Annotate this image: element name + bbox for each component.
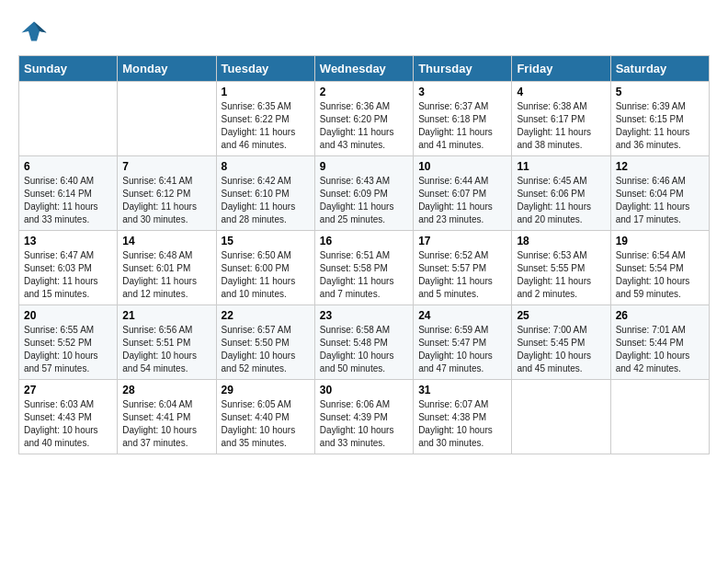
calendar-cell: 3Sunrise: 6:37 AMSunset: 6:18 PMDaylight… [414,82,512,156]
day-number: 8 [222,160,310,173]
day-info: Sunrise: 6:42 AMSunset: 6:10 PMDaylight:… [222,175,310,226]
day-number: 23 [320,309,408,322]
day-info: Sunrise: 6:44 AMSunset: 6:07 PMDaylight:… [418,175,506,226]
calendar-cell: 12Sunrise: 6:46 AMSunset: 6:04 PMDayligh… [610,156,709,231]
day-info: Sunrise: 6:43 AMSunset: 6:09 PMDaylight:… [320,175,408,226]
calendar-cell: 1Sunrise: 6:35 AMSunset: 6:22 PMDaylight… [216,82,314,156]
day-number: 30 [320,384,408,396]
calendar-cell: 17Sunrise: 6:52 AMSunset: 5:57 PMDayligh… [414,231,512,305]
day-info: Sunrise: 6:04 AMSunset: 4:41 PMDaylight:… [122,398,210,450]
calendar-cell: 6Sunrise: 6:40 AMSunset: 6:14 PMDaylight… [19,156,118,231]
calendar-cell: 14Sunrise: 6:48 AMSunset: 6:01 PMDayligh… [118,231,216,305]
calendar-cell [610,380,709,454]
day-number: 18 [517,235,605,247]
day-number: 2 [320,86,408,98]
calendar-cell: 16Sunrise: 6:51 AMSunset: 5:58 PMDayligh… [314,231,413,305]
day-number: 12 [616,160,704,173]
calendar-cell: 5Sunrise: 6:39 AMSunset: 6:15 PMDaylight… [610,82,709,156]
calendar-cell: 23Sunrise: 6:58 AMSunset: 5:48 PMDayligh… [314,305,413,380]
day-number: 9 [320,160,408,173]
day-info: Sunrise: 6:53 AMSunset: 5:55 PMDaylight:… [517,249,605,301]
calendar-cell [118,82,216,156]
calendar-cell: 24Sunrise: 6:59 AMSunset: 5:47 PMDayligh… [414,305,512,380]
day-number: 28 [122,384,210,396]
day-info: Sunrise: 6:05 AMSunset: 4:40 PMDaylight:… [222,398,310,450]
day-info: Sunrise: 6:03 AMSunset: 4:43 PMDaylight:… [24,398,112,450]
weekday-header-saturday: Saturday [610,56,709,82]
calendar-cell: 15Sunrise: 6:50 AMSunset: 6:00 PMDayligh… [216,231,314,305]
day-number: 4 [517,86,605,98]
header [18,18,710,46]
calendar-cell: 28Sunrise: 6:04 AMSunset: 4:41 PMDayligh… [118,380,216,454]
week-row-1: 1Sunrise: 6:35 AMSunset: 6:22 PMDaylight… [19,82,710,156]
calendar-cell: 11Sunrise: 6:45 AMSunset: 6:06 PMDayligh… [512,156,610,231]
day-number: 14 [122,235,210,247]
day-info: Sunrise: 7:00 AMSunset: 5:45 PMDaylight:… [517,324,605,375]
day-info: Sunrise: 6:57 AMSunset: 5:50 PMDaylight:… [222,324,310,375]
day-number: 10 [418,160,506,173]
week-row-3: 13Sunrise: 6:47 AMSunset: 6:03 PMDayligh… [19,231,710,305]
calendar-cell: 8Sunrise: 6:42 AMSunset: 6:10 PMDaylight… [216,156,314,231]
day-info: Sunrise: 6:39 AMSunset: 6:15 PMDaylight:… [616,100,704,152]
day-number: 13 [24,235,112,247]
day-info: Sunrise: 6:41 AMSunset: 6:12 PMDaylight:… [122,175,210,226]
day-number: 5 [616,86,704,98]
calendar-cell: 13Sunrise: 6:47 AMSunset: 6:03 PMDayligh… [19,231,118,305]
day-number: 3 [418,86,506,98]
day-number: 22 [222,309,310,322]
weekday-header-tuesday: Tuesday [216,56,314,82]
weekday-header-sunday: Sunday [19,56,118,82]
calendar-cell: 18Sunrise: 6:53 AMSunset: 5:55 PMDayligh… [512,231,610,305]
calendar-cell: 9Sunrise: 6:43 AMSunset: 6:09 PMDaylight… [314,156,413,231]
day-info: Sunrise: 6:56 AMSunset: 5:51 PMDaylight:… [122,324,210,375]
calendar-cell: 7Sunrise: 6:41 AMSunset: 6:12 PMDaylight… [118,156,216,231]
day-number: 15 [222,235,310,247]
day-number: 31 [418,384,506,396]
calendar-cell: 26Sunrise: 7:01 AMSunset: 5:44 PMDayligh… [610,305,709,380]
day-info: Sunrise: 6:07 AMSunset: 4:38 PMDaylight:… [418,398,506,450]
weekday-header-row: SundayMondayTuesdayWednesdayThursdayFrid… [19,56,710,82]
day-info: Sunrise: 6:52 AMSunset: 5:57 PMDaylight:… [418,249,506,301]
logo [18,18,48,46]
day-number: 11 [517,160,605,173]
day-number: 21 [122,309,210,322]
calendar-cell: 21Sunrise: 6:56 AMSunset: 5:51 PMDayligh… [118,305,216,380]
day-info: Sunrise: 6:48 AMSunset: 6:01 PMDaylight:… [122,249,210,301]
day-info: Sunrise: 6:06 AMSunset: 4:39 PMDaylight:… [320,398,408,450]
logo-text [18,18,48,46]
calendar-cell [512,380,610,454]
day-number: 7 [122,160,210,173]
day-info: Sunrise: 6:55 AMSunset: 5:52 PMDaylight:… [24,324,112,375]
weekday-header-monday: Monday [118,56,216,82]
day-number: 26 [616,309,704,322]
calendar-cell [19,82,118,156]
calendar-cell: 29Sunrise: 6:05 AMSunset: 4:40 PMDayligh… [216,380,314,454]
day-number: 20 [24,309,112,322]
day-info: Sunrise: 6:58 AMSunset: 5:48 PMDaylight:… [320,324,408,375]
calendar-cell: 20Sunrise: 6:55 AMSunset: 5:52 PMDayligh… [19,305,118,380]
day-info: Sunrise: 7:01 AMSunset: 5:44 PMDaylight:… [616,324,704,375]
day-number: 25 [517,309,605,322]
calendar-cell: 27Sunrise: 6:03 AMSunset: 4:43 PMDayligh… [19,380,118,454]
day-info: Sunrise: 6:50 AMSunset: 6:00 PMDaylight:… [222,249,310,301]
day-info: Sunrise: 6:54 AMSunset: 5:54 PMDaylight:… [616,249,704,301]
calendar-cell: 22Sunrise: 6:57 AMSunset: 5:50 PMDayligh… [216,305,314,380]
calendar-cell: 31Sunrise: 6:07 AMSunset: 4:38 PMDayligh… [414,380,512,454]
day-number: 6 [24,160,112,173]
day-number: 1 [222,86,310,98]
day-number: 16 [320,235,408,247]
day-number: 19 [616,235,704,247]
calendar-cell: 25Sunrise: 7:00 AMSunset: 5:45 PMDayligh… [512,305,610,380]
calendar-cell: 4Sunrise: 6:38 AMSunset: 6:17 PMDaylight… [512,82,610,156]
week-row-4: 20Sunrise: 6:55 AMSunset: 5:52 PMDayligh… [19,305,710,380]
logo-bird-icon [20,18,48,46]
day-info: Sunrise: 6:51 AMSunset: 5:58 PMDaylight:… [320,249,408,301]
weekday-header-friday: Friday [512,56,610,82]
day-info: Sunrise: 6:36 AMSunset: 6:20 PMDaylight:… [320,100,408,152]
calendar-table: SundayMondayTuesdayWednesdayThursdayFrid… [18,55,710,454]
day-info: Sunrise: 6:45 AMSunset: 6:06 PMDaylight:… [517,175,605,226]
day-number: 29 [222,384,310,396]
week-row-2: 6Sunrise: 6:40 AMSunset: 6:14 PMDaylight… [19,156,710,231]
day-info: Sunrise: 6:59 AMSunset: 5:47 PMDaylight:… [418,324,506,375]
weekday-header-wednesday: Wednesday [314,56,413,82]
